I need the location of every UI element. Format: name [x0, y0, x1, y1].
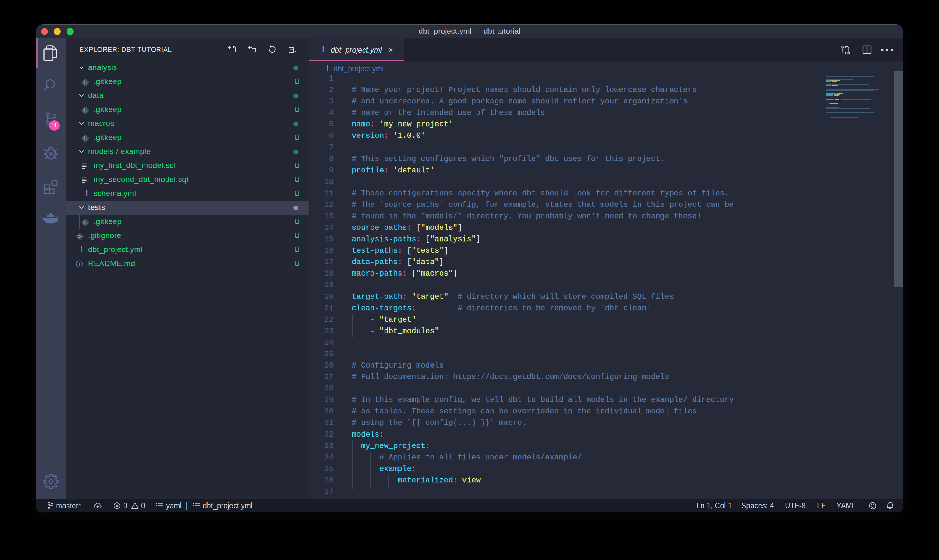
- svg-text:i: i: [79, 262, 80, 267]
